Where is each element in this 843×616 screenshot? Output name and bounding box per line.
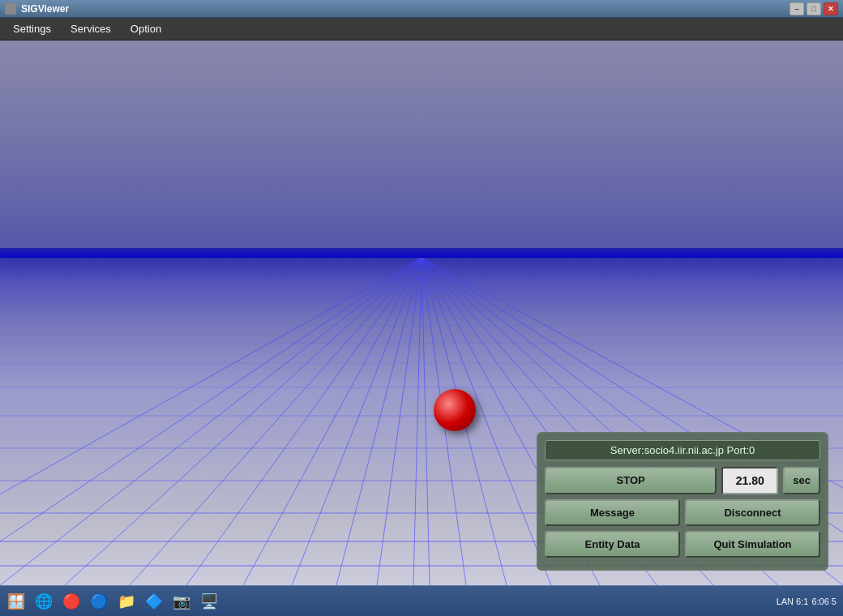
taskbar-icon-diamond[interactable]: 🔷 <box>141 588 167 614</box>
quit-simulation-button[interactable]: Quit Simulation <box>685 531 820 558</box>
svg-line-20 <box>65 258 422 585</box>
entity-quit-row: Entity Data Quit Simulation <box>545 531 820 558</box>
message-disconnect-row: Message Disconnect <box>545 499 820 526</box>
taskbar-status: LAN 6:1 <box>777 597 809 606</box>
stop-row: STOP 21.80 sec <box>545 467 820 494</box>
svg-line-23 <box>243 258 422 585</box>
title-bar-left: SIGViewer <box>5 3 69 15</box>
close-button[interactable]: ✕ <box>824 2 838 15</box>
svg-line-21 <box>130 258 422 585</box>
menu-item-settings[interactable]: Settings <box>3 19 61 38</box>
taskbar-icon-browser[interactable]: 🌐 <box>31 588 57 614</box>
svg-line-22 <box>186 258 422 585</box>
taskbar-time: 6:06 5 <box>811 597 837 606</box>
red-sphere <box>434 389 476 431</box>
taskbar-icon-red[interactable]: 🔴 <box>58 588 84 614</box>
title-bar: SIGViewer – □ ✕ <box>0 0 843 18</box>
message-button[interactable]: Message <box>545 499 680 526</box>
sky-background <box>0 41 843 258</box>
menu-item-services[interactable]: Services <box>61 19 121 38</box>
svg-line-19 <box>0 258 422 585</box>
disconnect-button[interactable]: Disconnect <box>685 499 820 526</box>
app-icon <box>5 3 16 15</box>
3d-viewport[interactable]: Server:socio4.iir.nii.ac.jp Port:0 STOP … <box>0 41 843 585</box>
taskbar-icon-monitor[interactable]: 🖥️ <box>196 588 222 614</box>
sec-label: sec <box>783 467 820 494</box>
taskbar-icon-start[interactable]: 🪟 <box>3 588 29 614</box>
entity-data-button[interactable]: Entity Data <box>545 531 680 558</box>
maximize-button[interactable]: □ <box>807 2 821 15</box>
taskbar: 🪟 🌐 🔴 🔵 📁 🔷 📷 🖥️ LAN 6:1 6:06 5 <box>0 585 843 616</box>
control-panel: Server:socio4.iir.nii.ac.jp Port:0 STOP … <box>537 432 828 571</box>
menu-bar: Settings Services Option <box>0 18 843 41</box>
window-title: SIGViewer <box>21 3 69 15</box>
taskbar-icon-folder[interactable]: 📁 <box>113 588 139 614</box>
menu-item-option[interactable]: Option <box>121 19 171 38</box>
minimize-button[interactable]: – <box>790 2 804 15</box>
stop-button[interactable]: STOP <box>545 467 717 494</box>
window-controls[interactable]: – □ ✕ <box>790 2 838 15</box>
svg-line-24 <box>292 258 422 585</box>
taskbar-icon-camera[interactable]: 📷 <box>169 588 195 614</box>
server-info-label: Server:socio4.iir.nii.ac.jp Port:0 <box>545 440 820 460</box>
taskbar-right: LAN 6:1 6:06 5 <box>777 597 840 606</box>
time-display: 21.80 <box>721 467 778 494</box>
taskbar-icon-blue[interactable]: 🔵 <box>86 588 112 614</box>
